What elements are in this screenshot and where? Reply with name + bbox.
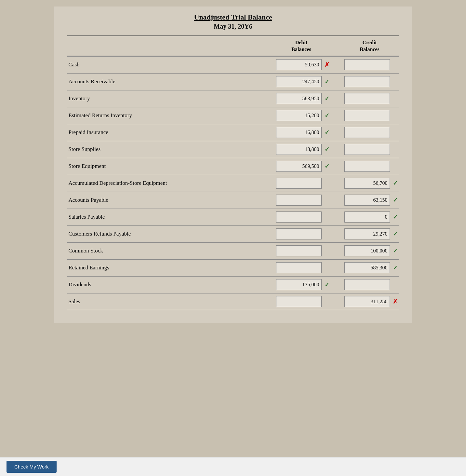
debit-input[interactable] xyxy=(276,279,322,290)
input-group: ✓ xyxy=(272,161,399,172)
account-name: Retained Earnings xyxy=(67,265,272,271)
debit-input[interactable] xyxy=(276,262,322,273)
debit-input[interactable] xyxy=(276,161,322,172)
credit-cell: ✓ xyxy=(340,228,399,239)
credit-input[interactable] xyxy=(344,211,390,223)
input-group: ✓ xyxy=(272,195,399,206)
credit-cell xyxy=(340,279,399,290)
debit-cell: ✓ xyxy=(272,127,331,138)
debit-check-icon: ✓ xyxy=(324,78,331,85)
debit-check-icon: ✓ xyxy=(324,146,331,153)
column-headers: Debit Balances Credit Balances xyxy=(67,39,399,53)
credit-input[interactable] xyxy=(344,127,390,138)
input-group: ✓ xyxy=(272,262,399,273)
table-row: Common Stock✓ xyxy=(67,242,399,259)
account-name: Customers Refunds Payable xyxy=(67,231,272,237)
credit-input[interactable] xyxy=(344,110,390,121)
input-group: ✓ xyxy=(272,93,399,104)
table-row: Store Supplies✓ xyxy=(67,141,399,158)
credit-cell xyxy=(340,93,399,104)
debit-check-icon: ✓ xyxy=(324,112,331,119)
credit-input[interactable] xyxy=(344,144,390,155)
account-name: Accounts Receivable xyxy=(67,78,272,85)
account-name: Sales xyxy=(67,298,272,305)
input-group: ✓ xyxy=(272,76,399,87)
credit-input[interactable] xyxy=(344,161,390,172)
debit-cell xyxy=(272,262,331,273)
debit-input[interactable] xyxy=(276,178,322,189)
credit-cell xyxy=(340,110,399,121)
report-subtitle: May 31, 20Y6 xyxy=(67,23,399,30)
debit-input[interactable] xyxy=(276,93,322,104)
table-row: Dividends✓ xyxy=(67,276,399,293)
credit-input[interactable] xyxy=(344,93,390,104)
account-name: Common Stock xyxy=(67,248,272,254)
debit-cell: ✓ xyxy=(272,93,331,104)
table-row: Salaries Payable✓ xyxy=(67,209,399,225)
debit-column-header: Debit Balances xyxy=(272,39,331,53)
account-name: Accounts Payable xyxy=(67,197,272,203)
debit-input[interactable] xyxy=(276,59,322,70)
account-name: Prepaid Insurance xyxy=(67,129,272,136)
credit-input[interactable] xyxy=(344,178,390,189)
credit-check-icon: ✓ xyxy=(392,213,399,221)
col-header-group: Debit Balances Credit Balances xyxy=(272,39,399,53)
table-row: Accounts Receivable✓ xyxy=(67,73,399,90)
account-name: Inventory xyxy=(67,95,272,102)
debit-input[interactable] xyxy=(276,195,322,206)
table-row: Inventory✓ xyxy=(67,90,399,107)
input-group: ✓ xyxy=(272,110,399,121)
credit-cell xyxy=(340,76,399,87)
debit-cell xyxy=(272,195,331,206)
credit-input[interactable] xyxy=(344,296,390,307)
credit-input[interactable] xyxy=(344,195,390,206)
debit-input[interactable] xyxy=(276,211,322,223)
input-group: ✓ xyxy=(272,127,399,138)
debit-check-icon: ✓ xyxy=(324,281,331,288)
credit-input[interactable] xyxy=(344,228,390,239)
credit-cell xyxy=(340,59,399,70)
account-name: Cash xyxy=(67,61,272,68)
debit-input[interactable] xyxy=(276,127,322,138)
debit-cell: ✓ xyxy=(272,76,331,87)
check-my-work-button[interactable]: Check My Work xyxy=(7,461,57,473)
input-group: ✓ xyxy=(272,144,399,155)
credit-input[interactable] xyxy=(344,245,390,256)
account-name: Estimated Returns Inventory xyxy=(67,112,272,119)
account-name: Store Supplies xyxy=(67,146,272,153)
table-row: Sales✗ xyxy=(67,293,399,310)
debit-cell: ✓ xyxy=(272,161,331,172)
credit-check-icon: ✓ xyxy=(392,197,399,204)
debit-input[interactable] xyxy=(276,144,322,155)
report-title: Unadjusted Trial Balance xyxy=(67,13,399,21)
account-name: Store Equipment xyxy=(67,163,272,170)
debit-cell xyxy=(272,296,331,307)
debit-input[interactable] xyxy=(276,110,322,121)
credit-input[interactable] xyxy=(344,262,390,273)
table-row: Store Equipment✓ xyxy=(67,158,399,175)
debit-input[interactable] xyxy=(276,245,322,256)
debit-input[interactable] xyxy=(276,76,322,87)
input-group: ✓ xyxy=(272,279,399,290)
table-row: Cash✗ xyxy=(67,56,399,73)
debit-input[interactable] xyxy=(276,228,322,239)
input-group: ✓ xyxy=(272,211,399,223)
credit-column-header: Credit Balances xyxy=(340,39,399,53)
credit-input[interactable] xyxy=(344,279,390,290)
credit-cross-icon: ✗ xyxy=(392,298,399,305)
table-row: Retained Earnings✓ xyxy=(67,259,399,276)
credit-cell xyxy=(340,161,399,172)
credit-input[interactable] xyxy=(344,76,390,87)
credit-cell: ✗ xyxy=(340,296,399,307)
debit-cell: ✓ xyxy=(272,144,331,155)
table-row: Accumulated Depreciation-Store Equipment… xyxy=(67,175,399,192)
credit-check-icon: ✓ xyxy=(392,264,399,271)
credit-input[interactable] xyxy=(344,59,390,70)
input-group: ✗ xyxy=(272,59,399,70)
debit-input[interactable] xyxy=(276,296,322,307)
credit-cell: ✓ xyxy=(340,178,399,189)
debit-cross-icon: ✗ xyxy=(324,61,331,68)
debit-cell: ✗ xyxy=(272,59,331,70)
debit-cell: ✓ xyxy=(272,110,331,121)
credit-cell xyxy=(340,144,399,155)
